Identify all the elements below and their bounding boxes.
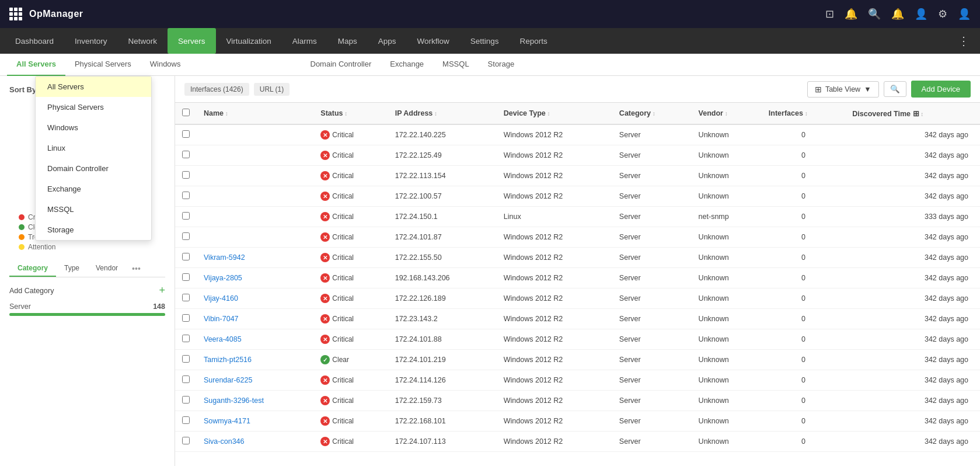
cell-ip: 172.22.155.50 — [388, 248, 497, 268]
nav-item-servers[interactable]: Servers — [168, 28, 216, 54]
nav-item-workflow[interactable]: Workflow — [406, 28, 459, 54]
sub-nav-exchange[interactable]: Exchange — [381, 54, 433, 76]
cell-vendor: Unknown — [692, 186, 762, 207]
row-checkbox[interactable] — [182, 416, 190, 424]
header-status[interactable]: Status — [313, 103, 388, 124]
url-badge[interactable]: URL (1) — [254, 83, 290, 96]
dropdown-item-physical-servers[interactable]: Physical Servers — [36, 97, 151, 117]
grid-icon[interactable] — [9, 8, 22, 20]
header-ip[interactable]: IP Address — [388, 103, 497, 124]
nav-more-icon[interactable]: ⋮ — [952, 34, 975, 48]
dropdown-item-all-servers[interactable]: All Servers — [36, 76, 151, 97]
sub-nav-windows[interactable]: Windows — [141, 54, 190, 76]
cell-category: Server — [612, 248, 692, 268]
select-all-checkbox[interactable] — [182, 109, 190, 116]
cell-name: Siva-con346 — [197, 432, 313, 452]
filter-tab-more-icon[interactable]: ••• — [126, 260, 147, 277]
header-device-type[interactable]: Device Type — [497, 103, 612, 124]
status-badge: ✓ Clear — [320, 355, 349, 364]
sub-nav-physical-servers[interactable]: Physical Servers — [65, 54, 141, 76]
cell-name — [197, 124, 313, 145]
row-checkbox[interactable] — [182, 273, 190, 281]
add-device-button[interactable]: Add Device — [911, 81, 971, 98]
status-label: Critical — [332, 213, 354, 221]
cell-discovered: 342 days ago — [845, 248, 980, 268]
status-dot-critical: ✕ — [320, 232, 330, 242]
filter-tab-type[interactable]: Type — [56, 260, 88, 277]
nav-item-apps[interactable]: Apps — [368, 28, 407, 54]
row-checkbox[interactable] — [182, 130, 190, 138]
dropdown-item-storage[interactable]: Storage — [36, 220, 151, 240]
user-icon[interactable]: 👤 — [915, 8, 927, 20]
cat-progress-bg — [9, 313, 165, 316]
row-checkbox[interactable] — [182, 335, 190, 342]
cell-category: Server — [612, 411, 692, 432]
cell-discovered: 342 days ago — [845, 166, 980, 186]
header-interfaces[interactable]: Interfaces — [762, 103, 845, 124]
row-checkbox[interactable] — [182, 253, 190, 260]
cell-interfaces: 0 — [762, 350, 845, 370]
nav-item-settings[interactable]: Settings — [460, 28, 510, 54]
top-bar: OpManager ⊡ 🔔 🔍 🔔 👤 ⚙ 👤 — [0, 0, 980, 28]
cell-category: Server — [612, 350, 692, 370]
dropdown-item-exchange[interactable]: Exchange — [36, 179, 151, 199]
header-name[interactable]: Name — [197, 103, 313, 124]
cell-name — [197, 207, 313, 227]
sub-nav-storage[interactable]: Storage — [479, 54, 524, 76]
row-checkbox[interactable] — [182, 355, 190, 363]
cell-ip: 172.24.114.126 — [388, 370, 497, 391]
dropdown-item-windows[interactable]: Windows — [36, 117, 151, 138]
nav-item-inventory[interactable]: Inventory — [64, 28, 118, 54]
row-checkbox[interactable] — [182, 171, 190, 179]
table-view-label: Table View — [825, 85, 860, 93]
dropdown-item-domain-controller[interactable]: Domain Controller — [36, 158, 151, 179]
row-checkbox[interactable] — [182, 294, 190, 301]
row-checkbox[interactable] — [182, 437, 190, 444]
row-checkbox[interactable] — [182, 314, 190, 322]
dropdown-item-mssql[interactable]: MSSQL — [36, 199, 151, 220]
header-vendor[interactable]: Vendor — [692, 103, 762, 124]
cell-discovered: 342 days ago — [845, 227, 980, 248]
alert-icon[interactable]: 🔔 — [891, 8, 904, 20]
status-dot-critical: ✕ — [320, 396, 330, 405]
nav-item-reports[interactable]: Reports — [510, 28, 558, 54]
data-table: Name Status IP Address Device Type Categ… — [175, 103, 980, 452]
nav-item-virtualization[interactable]: Virtualization — [216, 28, 282, 54]
header-category[interactable]: Category — [612, 103, 692, 124]
interfaces-badge[interactable]: Interfaces (1426) — [184, 83, 249, 96]
sub-nav-all-servers[interactable]: All Servers — [7, 54, 65, 76]
row-checkbox-cell — [175, 329, 197, 350]
status-badge: ✕ Critical — [320, 416, 354, 426]
bell-icon[interactable]: 🔔 — [845, 8, 857, 20]
sub-nav-mssql[interactable]: MSSQL — [433, 54, 479, 76]
search-button[interactable]: 🔍 — [884, 81, 906, 97]
filter-tab-category[interactable]: Category — [9, 260, 56, 277]
nav-item-dashboard[interactable]: Dashboard — [5, 28, 64, 54]
cell-category: Server — [612, 227, 692, 248]
add-category-icon[interactable]: + — [159, 284, 165, 297]
nav-item-network[interactable]: Network — [118, 28, 168, 54]
table-view-button[interactable]: ⊞ Table View ▼ — [807, 81, 879, 98]
row-checkbox[interactable] — [182, 396, 190, 404]
dropdown-item-linux[interactable]: Linux — [36, 138, 151, 158]
cell-status: ✕ Critical — [313, 288, 388, 309]
cell-name: Tamizh-pt2516 — [197, 350, 313, 370]
nav-item-maps[interactable]: Maps — [327, 28, 368, 54]
row-checkbox[interactable] — [182, 375, 190, 383]
profile-icon[interactable]: 👤 — [958, 8, 971, 20]
search-top-icon[interactable]: 🔍 — [868, 8, 881, 20]
row-checkbox-cell — [175, 309, 197, 329]
sub-nav-domain-controller[interactable]: Domain Controller — [301, 54, 381, 76]
row-checkbox[interactable] — [182, 192, 190, 199]
settings-icon[interactable]: ⚙ — [938, 8, 947, 20]
header-discovered[interactable]: Discovered Time ⊞ — [845, 103, 980, 124]
table-row: Vikram-5942 ✕ Critical 172.22.155.50 Win… — [175, 248, 980, 268]
filter-tab-vendor[interactable]: Vendor — [88, 260, 126, 277]
row-checkbox[interactable] — [182, 212, 190, 220]
cell-category: Server — [612, 370, 692, 391]
nav-item-alarms[interactable]: Alarms — [282, 28, 327, 54]
row-checkbox[interactable] — [182, 151, 190, 158]
status-label: Critical — [332, 335, 354, 343]
row-checkbox[interactable] — [182, 232, 190, 240]
monitor-icon[interactable]: ⊡ — [825, 8, 834, 20]
